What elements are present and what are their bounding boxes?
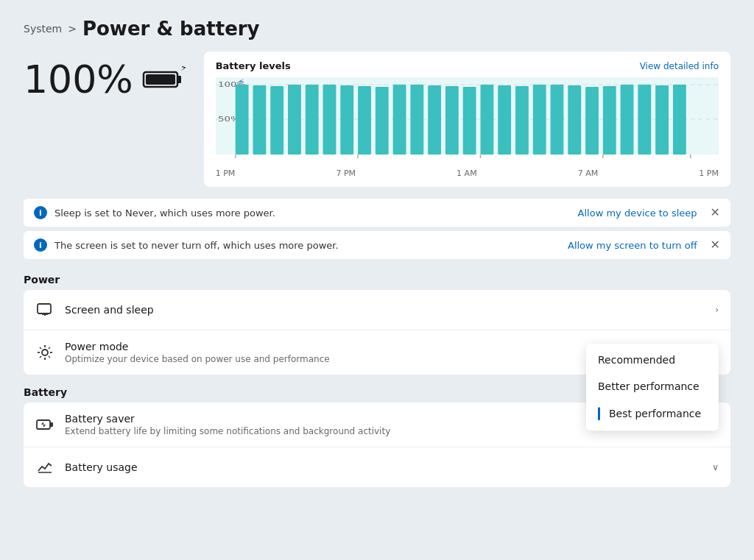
allow-screen-off-link[interactable]: Allow my screen to turn off — [568, 240, 697, 251]
dropdown-best-performance[interactable]: Best performance — [586, 400, 719, 428]
battery-usage-text: Battery usage — [65, 461, 702, 473]
svg-rect-22 — [462, 87, 476, 155]
svg-rect-33 — [655, 85, 669, 155]
svg-rect-18 — [392, 85, 406, 155]
svg-rect-21 — [445, 86, 459, 155]
battery-usage-right: ∨ — [712, 462, 719, 472]
svg-rect-19 — [410, 85, 423, 155]
battery-icon-wrap: ⚡ — [142, 66, 186, 93]
svg-rect-29 — [585, 87, 599, 155]
power-mode-dropdown: Recommended Better performance Best perf… — [586, 344, 719, 430]
svg-rect-27 — [550, 85, 563, 155]
svg-rect-13 — [305, 85, 318, 155]
breadcrumb-system[interactable]: System — [24, 23, 62, 35]
dropdown-recommended[interactable]: Recommended — [586, 347, 719, 373]
battery-saver-subtitle: Extend battery life by limiting some not… — [65, 426, 619, 436]
svg-rect-12 — [288, 85, 301, 155]
svg-line-52 — [40, 356, 41, 358]
svg-rect-17 — [376, 87, 389, 155]
svg-rect-9 — [235, 85, 248, 155]
recommended-label: Recommended — [598, 354, 675, 366]
svg-line-50 — [49, 356, 50, 358]
svg-rect-26 — [532, 85, 546, 155]
svg-rect-20 — [428, 85, 441, 155]
chart-label-1pm-start: 1 PM — [216, 169, 236, 178]
svg-rect-16 — [358, 86, 371, 155]
svg-rect-11 — [270, 86, 283, 155]
battery-saver-icon — [35, 415, 54, 434]
screen-sleep-chevron: › — [715, 305, 719, 315]
screen-alert: i The screen is set to never turn off, w… — [24, 231, 730, 259]
alerts-section: i Sleep is set to Never, which uses more… — [24, 199, 730, 259]
battery-usage-row[interactable]: Battery usage ∨ — [24, 447, 730, 487]
svg-rect-25 — [515, 86, 529, 155]
battery-status: 100% ⚡ — [24, 52, 186, 99]
screen-alert-close[interactable]: ✕ — [711, 239, 720, 251]
chart-title: Battery levels — [216, 60, 291, 71]
svg-rect-15 — [340, 85, 353, 155]
best-performance-label: Best performance — [609, 408, 701, 419]
dropdown-better-performance[interactable]: Better performance — [586, 373, 719, 400]
battery-usage-icon — [35, 458, 54, 477]
view-detailed-info-link[interactable]: View detailed info — [640, 61, 719, 71]
battery-levels-chart: 100% 50% — [216, 77, 719, 166]
battery-usage-title: Battery usage — [65, 461, 702, 473]
sleep-alert-close[interactable]: ✕ — [711, 207, 720, 219]
sleep-alert-icon: i — [34, 206, 47, 219]
screen-and-sleep-row[interactable]: Screen and sleep › — [24, 290, 730, 330]
top-section: 100% ⚡ Battery levels View detailed info — [24, 52, 730, 187]
svg-point-44 — [42, 350, 48, 355]
screen-alert-icon: i — [34, 238, 47, 252]
svg-rect-41 — [38, 304, 51, 313]
svg-rect-54 — [50, 422, 53, 427]
chart-label-7am: 7 AM — [578, 169, 599, 178]
battery-saver-title: Battery saver — [65, 413, 619, 425]
svg-line-51 — [49, 347, 50, 349]
sleep-alert-text: Sleep is set to Never, which uses more p… — [54, 208, 571, 219]
chart-label-7pm: 7 PM — [336, 169, 356, 178]
screen-sleep-title: Screen and sleep — [65, 304, 705, 316]
svg-rect-53 — [37, 420, 50, 429]
breadcrumb-separator: > — [68, 23, 77, 35]
screen-sleep-text: Screen and sleep — [65, 304, 705, 316]
power-section-label: Power — [24, 274, 730, 286]
power-mode-icon — [35, 343, 54, 362]
screen-alert-text: The screen is set to never turn off, whi… — [54, 240, 560, 251]
screen-sleep-icon — [35, 300, 54, 319]
page-title: Power & battery — [82, 18, 260, 40]
svg-rect-34 — [673, 85, 686, 155]
chart-x-labels: 1 PM 7 PM 1 AM 7 AM 1 PM — [216, 166, 719, 178]
svg-rect-23 — [480, 85, 493, 155]
svg-rect-31 — [620, 85, 633, 155]
svg-rect-28 — [568, 85, 581, 155]
chart-area: 100% 50% — [216, 77, 719, 166]
power-settings-card: Screen and sleep › Power mode Optimize y… — [24, 290, 730, 375]
svg-rect-24 — [498, 85, 511, 155]
allow-sleep-link[interactable]: Allow my device to sleep — [578, 208, 697, 219]
svg-line-49 — [40, 347, 41, 349]
chart-label-1pm-end: 1 PM — [699, 169, 719, 178]
battery-percent: 100% — [24, 60, 133, 99]
svg-rect-2 — [146, 74, 175, 85]
screen-sleep-right: › — [715, 305, 719, 315]
power-mode-row[interactable]: Power mode Optimize your device based on… — [24, 330, 730, 375]
svg-text:⚡: ⚡ — [180, 66, 186, 73]
svg-rect-10 — [253, 85, 266, 155]
sleep-alert: i Sleep is set to Never, which uses more… — [24, 199, 730, 227]
better-performance-label: Better performance — [598, 380, 700, 392]
breadcrumb: System > Power & battery — [24, 18, 730, 40]
svg-rect-1 — [177, 76, 181, 83]
svg-text:⚡: ⚡ — [237, 77, 244, 85]
battery-saver-text: Battery saver Extend battery life by lim… — [65, 413, 619, 436]
svg-rect-14 — [323, 85, 336, 155]
chart-label-1am: 1 AM — [457, 169, 477, 178]
battery-chart-section: Battery levels View detailed info 100% 5… — [204, 52, 730, 187]
battery-plugged-icon: ⚡ — [142, 66, 186, 93]
svg-rect-30 — [603, 86, 616, 155]
chart-header: Battery levels View detailed info — [216, 60, 719, 71]
battery-usage-chevron: ∨ — [712, 462, 719, 472]
svg-rect-32 — [638, 85, 651, 155]
